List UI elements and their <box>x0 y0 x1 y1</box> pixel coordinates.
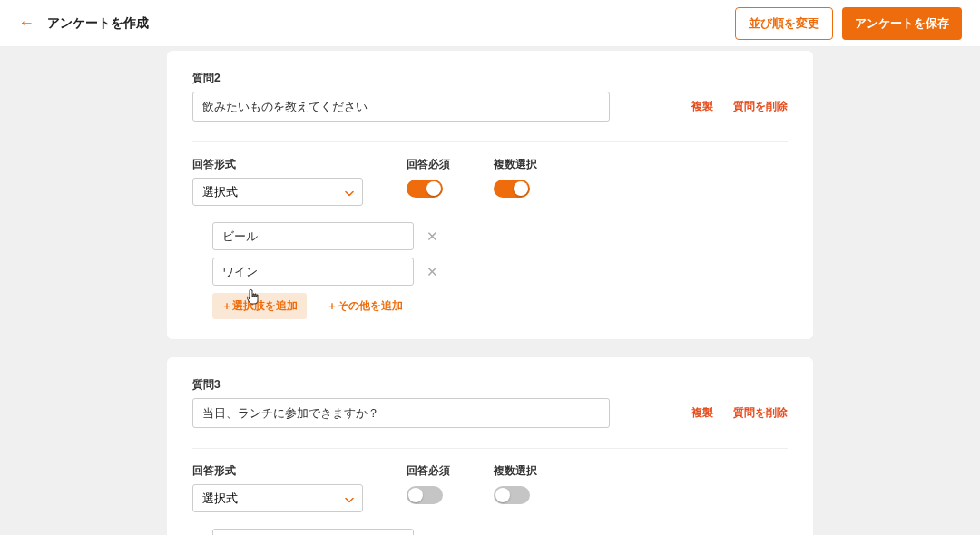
content-scroll[interactable]: 質問2 複製 質問を削除 回答形式 回答必須 <box>0 47 980 535</box>
question-actions: 複製 質問を削除 <box>691 99 788 114</box>
required-label: 回答必須 <box>407 157 450 172</box>
question-number-label: 質問3 <box>192 377 788 393</box>
option-row: ✕ <box>212 222 788 250</box>
question-card: 質問2 複製 質問を削除 回答形式 回答必須 <box>167 51 813 339</box>
duplicate-link[interactable]: 複製 <box>691 405 713 421</box>
answer-format-select-wrap <box>192 178 363 206</box>
remove-option-icon[interactable]: ✕ <box>425 229 440 245</box>
answer-format-col: 回答形式 <box>192 463 363 512</box>
header-actions: 並び順を変更 アンケートを保存 <box>735 7 962 40</box>
required-label: 回答必須 <box>407 463 450 479</box>
remove-option-icon[interactable]: ✕ <box>425 264 440 280</box>
header-bar: ← アンケートを作成 並び順を変更 アンケートを保存 <box>0 0 980 47</box>
add-option-link[interactable]: ＋選択肢を追加 <box>212 293 307 319</box>
save-button[interactable]: アンケートを保存 <box>842 7 962 40</box>
settings-row: 回答形式 回答必須 複数選択 <box>192 463 788 512</box>
question-actions: 複製 質問を削除 <box>691 405 788 421</box>
question-card: 質問3 複製 質問を削除 回答形式 回答必須 <box>167 357 813 535</box>
question-text-input[interactable] <box>192 398 610 428</box>
duplicate-link[interactable]: 複製 <box>691 99 713 114</box>
answer-format-select-wrap <box>192 484 363 512</box>
add-links-row: ＋選択肢を追加 ＋その他を追加 <box>212 293 788 319</box>
add-other-link[interactable]: ＋その他を追加 <box>318 293 412 319</box>
multiple-toggle[interactable] <box>494 486 530 504</box>
required-col: 回答必須 <box>407 157 450 198</box>
settings-row: 回答形式 回答必須 複数選択 <box>192 157 788 206</box>
multiple-col: 複数選択 <box>494 463 537 504</box>
answer-format-select[interactable] <box>192 178 363 206</box>
question-title-row: 複製 質問を削除 <box>192 398 788 428</box>
required-toggle[interactable] <box>407 180 443 198</box>
option-input[interactable] <box>212 529 414 535</box>
back-arrow-icon[interactable]: ← <box>18 14 34 33</box>
multiple-toggle[interactable] <box>494 180 530 198</box>
divider <box>192 141 788 142</box>
answer-format-col: 回答形式 <box>192 157 363 206</box>
delete-question-link[interactable]: 質問を削除 <box>733 99 788 114</box>
multiple-label: 複数選択 <box>494 463 537 479</box>
option-input[interactable] <box>212 222 414 250</box>
divider <box>192 448 788 449</box>
option-row: ✕ <box>212 258 788 286</box>
required-toggle[interactable] <box>407 486 443 504</box>
reorder-button[interactable]: 並び順を変更 <box>735 7 833 40</box>
required-col: 回答必須 <box>407 463 450 504</box>
delete-question-link[interactable]: 質問を削除 <box>733 405 788 421</box>
answer-format-select[interactable] <box>192 484 363 512</box>
page-title: アンケートを作成 <box>47 15 149 32</box>
multiple-label: 複数選択 <box>494 157 537 172</box>
question-title-row: 複製 質問を削除 <box>192 92 788 122</box>
answer-format-label: 回答形式 <box>192 157 363 172</box>
answer-format-label: 回答形式 <box>192 463 363 479</box>
option-row: ✕ <box>212 529 788 535</box>
multiple-col: 複数選択 <box>494 157 537 198</box>
options-block: ✕ ✕ ＋選択肢を追加 ＋その他を追加 <box>212 222 788 319</box>
question-number-label: 質問2 <box>192 71 788 86</box>
option-input[interactable] <box>212 258 414 286</box>
options-block: ✕ ✕ <box>212 529 788 535</box>
question-text-input[interactable] <box>192 92 610 122</box>
